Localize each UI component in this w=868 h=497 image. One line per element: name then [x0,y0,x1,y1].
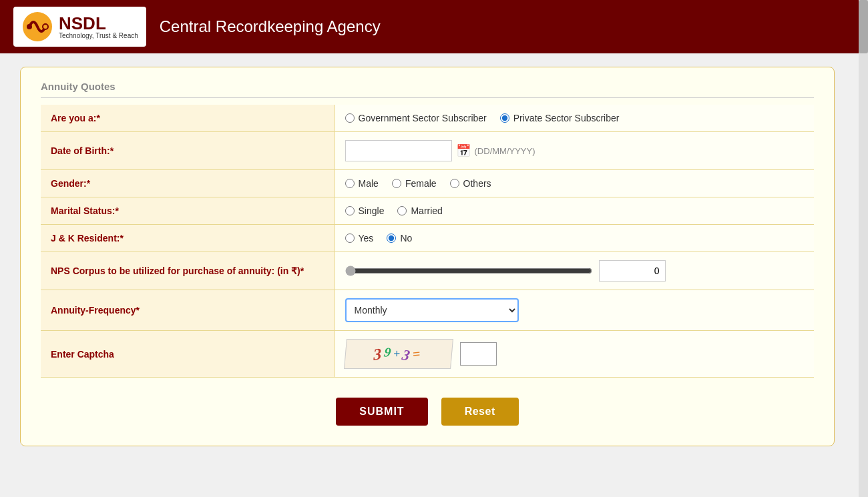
section-title: Annuity Quotes [41,81,814,98]
govt-radio[interactable] [345,113,355,123]
corpus-input-cell: 0 [335,252,814,290]
annuity-frequency-select[interactable]: Monthly Quarterly Half-Yearly Yearly [345,298,519,322]
single-radio[interactable] [345,206,355,215]
gender-others-option[interactable]: Others [450,178,491,189]
subscriber-type-input-cell: Government Sector Subscriber Private Sec… [335,105,814,132]
female-label: Female [405,178,437,189]
gender-male-option[interactable]: Male [345,178,379,189]
header: NSDL Technology, Trust & Reach Central R… [0,0,868,53]
captcha-input-cell: 3 9 + 3 = [335,331,814,378]
annuity-frequency-label: Annuity-Frequency* [41,290,335,331]
button-row: SUBMIT Reset [41,398,814,426]
logo-area: NSDL Technology, Trust & Reach [13,7,146,47]
captcha-wrap: 3 9 + 3 = [345,339,804,369]
captcha-label: Enter Captcha [41,331,335,378]
date-format-hint: (DD/MM/YYYY) [475,146,535,156]
married-label: Married [411,205,442,216]
logo-tagline-label: Technology, Trust & Reach [59,32,138,39]
marital-status-row: Marital Status:* Single Married [41,197,814,225]
subscriber-type-row: Are you a:* Government Sector Subscriber… [41,105,814,132]
marital-status-input-cell: Single Married [335,197,814,225]
gender-label: Gender:* [41,170,335,197]
main-content: Annuity Quotes Are you a:* Government Se… [0,53,868,460]
male-radio[interactable] [345,179,355,188]
jk-yes-radio[interactable] [345,233,355,243]
captcha-row: Enter Captcha 3 9 + 3 = [41,331,814,378]
marital-status-radio-group: Single Married [345,205,804,216]
gender-radio-group: Male Female Others [345,178,804,189]
annuity-frequency-row: Annuity-Frequency* Monthly Quarterly Hal… [41,290,814,331]
captcha-image: 3 9 + 3 = [344,339,453,369]
jk-resident-input-cell: Yes No [335,225,814,252]
married-option[interactable]: Married [397,205,442,216]
dob-input-cell: 📅 (DD/MM/YYYY) [335,132,814,170]
others-label: Others [463,178,491,189]
corpus-text-input[interactable]: 0 [599,260,666,282]
dob-label: Date of Birth:* [41,132,335,170]
jk-no-option[interactable]: No [387,233,412,243]
subscriber-type-label: Are you a:* [41,105,335,132]
govt-subscriber-label: Government Sector Subscriber [359,113,487,123]
scrollbar-thumb[interactable] [859,0,868,53]
svg-point-1 [27,24,32,29]
jk-resident-label: J & K Resident:* [41,225,335,252]
gender-input-cell: Male Female Others [335,170,814,197]
annuity-frequency-input-cell: Monthly Quarterly Half-Yearly Yearly [335,290,814,331]
private-subscriber-option[interactable]: Private Sector Subscriber [500,113,620,123]
govt-subscriber-option[interactable]: Government Sector Subscriber [345,113,487,123]
jk-yes-label: Yes [359,233,374,243]
corpus-label: NPS Corpus to be utilized for purchase o… [41,252,335,290]
calendar-icon[interactable]: 📅 [456,143,471,158]
nsdl-logo-icon [21,11,53,43]
slider-wrap: 0 [345,260,804,282]
form-table: Are you a:* Government Sector Subscriber… [41,105,814,378]
form-container: Annuity Quotes Are you a:* Government Se… [20,67,835,446]
gender-row: Gender:* Male Female Others [41,170,814,197]
corpus-row: NPS Corpus to be utilized for purchase o… [41,252,814,290]
scrollbar[interactable] [859,0,868,497]
jk-resident-row: J & K Resident:* Yes No [41,225,814,252]
date-input-wrap: 📅 (DD/MM/YYYY) [345,140,804,161]
jk-no-label: No [400,233,412,243]
jk-no-radio[interactable] [387,233,396,243]
header-title: Central Recordkeeping Agency [160,17,381,36]
others-radio[interactable] [450,179,459,188]
jk-yes-option[interactable]: Yes [345,233,374,243]
captcha-char-5: = [413,346,423,362]
reset-button[interactable]: Reset [441,398,519,426]
female-radio[interactable] [392,179,401,188]
married-radio[interactable] [397,206,407,215]
submit-button[interactable]: SUBMIT [336,398,427,426]
marital-status-label: Marital Status:* [41,197,335,225]
single-option[interactable]: Single [345,205,385,216]
corpus-slider[interactable] [345,266,592,276]
logo-nsdl-label: NSDL [59,15,138,32]
captcha-answer-input[interactable] [460,342,497,366]
svg-point-2 [43,24,48,29]
captcha-char-1: 3 [373,344,385,364]
private-radio[interactable] [500,113,509,123]
jk-resident-radio-group: Yes No [345,233,804,243]
single-label: Single [359,205,385,216]
gender-female-option[interactable]: Female [392,178,437,189]
logo-text: NSDL Technology, Trust & Reach [59,15,138,39]
dob-row: Date of Birth:* 📅 (DD/MM/YYYY) [41,132,814,170]
subscriber-type-radio-group: Government Sector Subscriber Private Sec… [345,113,804,123]
private-subscriber-label: Private Sector Subscriber [513,113,620,123]
dob-input[interactable] [345,140,452,161]
male-label: Male [359,178,379,189]
